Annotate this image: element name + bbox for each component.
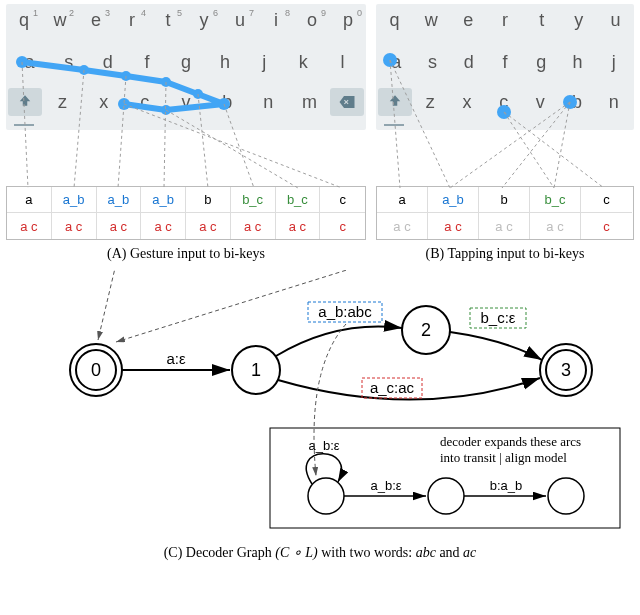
- keyboard-b: qwertyu asdfghj zxcvbn: [376, 4, 634, 130]
- key-f[interactable]: f: [487, 52, 523, 73]
- key-m[interactable]: m: [289, 92, 330, 116]
- edge-1-2: a_b:abc: [318, 303, 372, 320]
- svg-point-37: [308, 478, 344, 514]
- bikey-top: c: [581, 187, 632, 213]
- edge-1-3: a_c:ac: [370, 379, 415, 396]
- key-x[interactable]: x: [449, 92, 486, 116]
- key-x[interactable]: x: [83, 92, 124, 116]
- svg-point-38: [428, 478, 464, 514]
- bikey-bot: c: [320, 213, 365, 239]
- expand-note-2: into transit | align model: [440, 450, 567, 465]
- node-1: 1: [251, 360, 261, 380]
- key-u[interactable]: u: [597, 10, 634, 31]
- svg-line-24: [504, 112, 554, 188]
- key-d[interactable]: d: [451, 52, 487, 73]
- edge-0-1: a:ε: [166, 350, 186, 367]
- key-w[interactable]: w2: [42, 10, 78, 31]
- bikey-top: a_b: [52, 187, 96, 213]
- bikey-top: a_b: [428, 187, 478, 213]
- key-r[interactable]: r: [487, 10, 524, 31]
- edge-2-3: b_c:ε: [480, 309, 515, 326]
- bikey-bot: a c: [141, 213, 185, 239]
- key-r[interactable]: r4: [114, 10, 150, 31]
- svg-line-15: [124, 104, 342, 188]
- key-s[interactable]: s: [49, 52, 88, 73]
- caption-a: (A) Gesture input to bi-keys: [6, 246, 366, 262]
- key-g[interactable]: g: [166, 52, 205, 73]
- backspace-icon[interactable]: [330, 88, 364, 116]
- key-n[interactable]: n: [595, 92, 632, 116]
- bikey-top: a_b: [141, 187, 185, 213]
- key-u[interactable]: u7: [222, 10, 258, 31]
- key-a[interactable]: a: [378, 52, 414, 73]
- key-e[interactable]: e3: [78, 10, 114, 31]
- bikey-bot: a c: [97, 213, 141, 239]
- key-l[interactable]: l: [323, 52, 362, 73]
- bikey-table-b: aa ca_ba cba cb_ca ccc: [376, 186, 634, 240]
- bikey-top: b_c: [231, 187, 275, 213]
- key-b[interactable]: b: [559, 92, 596, 116]
- key-z[interactable]: z: [412, 92, 449, 116]
- key-j[interactable]: j: [596, 52, 632, 73]
- key-b[interactable]: b: [207, 92, 248, 116]
- expand-note-1: decoder expands these arcs: [440, 434, 581, 449]
- key-s[interactable]: s: [414, 52, 450, 73]
- expand-mid: a_b:ε: [370, 478, 401, 493]
- bikey-top: a: [377, 187, 427, 213]
- key-h[interactable]: h: [559, 52, 595, 73]
- key-w[interactable]: w: [413, 10, 450, 31]
- key-a[interactable]: a: [10, 52, 49, 73]
- caption-c: (C) Decoder Graph (C ∘ L) with two words…: [0, 544, 640, 561]
- key-y[interactable]: y: [560, 10, 597, 31]
- key-n[interactable]: n: [248, 92, 289, 116]
- panel-c-decoder: 0 1 2 3 a:ε a_b:abc b_c:ε a_c:ac decoder…: [6, 270, 634, 540]
- key-v[interactable]: v: [165, 92, 206, 116]
- bikey-bot: a c: [276, 213, 320, 239]
- panel-b: qwertyu asdfghj zxcvbn aa ca_ba cba cb_c…: [376, 4, 634, 262]
- key-t[interactable]: t5: [150, 10, 186, 31]
- key-i[interactable]: i8: [258, 10, 294, 31]
- bikey-bot: a c: [479, 213, 529, 239]
- key-z[interactable]: z: [42, 92, 83, 116]
- node-3: 3: [561, 360, 571, 380]
- key-q[interactable]: q: [376, 10, 413, 31]
- key-h[interactable]: h: [206, 52, 245, 73]
- bikey-top: b_c: [530, 187, 580, 213]
- key-p[interactable]: p0: [330, 10, 366, 31]
- bikey-bot: a c: [377, 213, 427, 239]
- bikey-bot: a c: [7, 213, 51, 239]
- key-o[interactable]: o9: [294, 10, 330, 31]
- decoder-graph-svg: 0 1 2 3 a:ε a_b:abc b_c:ε a_c:ac decoder…: [6, 270, 634, 540]
- bikey-table-a: aa ca_ba ca_ba ca_ba cba cb_ca cb_ca ccc: [6, 186, 366, 240]
- caption-b: (B) Tapping input to bi-keys: [376, 246, 634, 262]
- bikey-bot: c: [581, 213, 632, 239]
- bikey-top: c: [320, 187, 365, 213]
- node-2: 2: [421, 320, 431, 340]
- node-0: 0: [91, 360, 101, 380]
- key-c[interactable]: c: [124, 92, 165, 116]
- expand-last: b:a_b: [490, 478, 523, 493]
- bikey-top: b_c: [276, 187, 320, 213]
- key-q[interactable]: q1: [6, 10, 42, 31]
- bikey-top: b: [479, 187, 529, 213]
- key-t[interactable]: t: [523, 10, 560, 31]
- bikey-top: b: [186, 187, 230, 213]
- panel-a: q1w2e3r4t5y6u7i8o9p0 asdfghjkl zxcvbnm: [6, 4, 366, 262]
- key-j[interactable]: j: [245, 52, 284, 73]
- key-k[interactable]: k: [284, 52, 323, 73]
- bikey-bot: a c: [231, 213, 275, 239]
- expand-loop: a_b:ε: [308, 438, 339, 453]
- svg-line-9: [74, 70, 84, 188]
- key-c[interactable]: c: [485, 92, 522, 116]
- key-f[interactable]: f: [127, 52, 166, 73]
- key-d[interactable]: d: [88, 52, 127, 73]
- key-v[interactable]: v: [522, 92, 559, 116]
- key-y[interactable]: y6: [186, 10, 222, 31]
- svg-line-13: [224, 104, 254, 188]
- shift-icon[interactable]: [8, 88, 42, 116]
- shift-icon[interactable]: [378, 88, 412, 116]
- bikey-bot: a c: [530, 213, 580, 239]
- keyboard-a: q1w2e3r4t5y6u7i8o9p0 asdfghjkl zxcvbnm: [6, 4, 366, 130]
- key-e[interactable]: e: [450, 10, 487, 31]
- key-g[interactable]: g: [523, 52, 559, 73]
